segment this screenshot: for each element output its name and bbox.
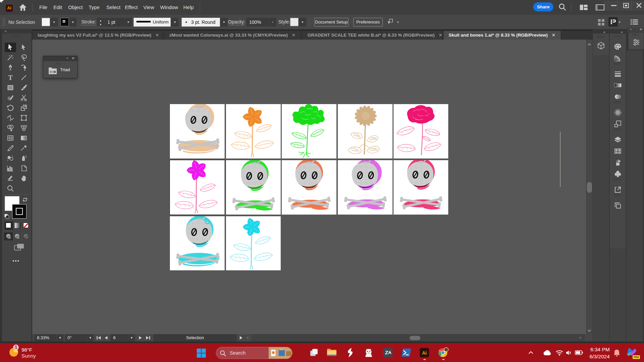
svg-text:Ai: Ai	[422, 350, 427, 356]
svg-text:T: T	[8, 74, 13, 81]
